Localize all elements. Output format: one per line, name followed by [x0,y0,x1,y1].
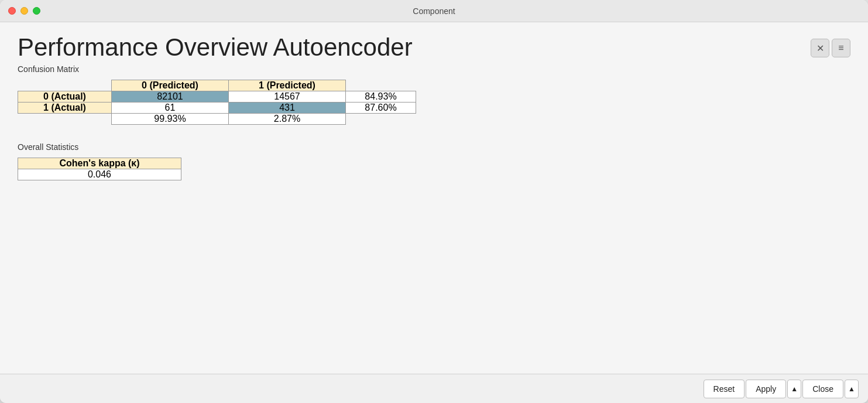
row-header-0: 0 (Actual) [18,91,112,103]
table-row-0-actual: 0 (Actual) 82101 14567 84.93% [18,91,416,103]
col-header-1: 1 (Predicted) [229,80,346,91]
table-header-row: 0 (Predicted) 1 (Predicted) [18,80,416,91]
apply-up-arrow-button[interactable]: ▲ [787,380,801,398]
confusion-matrix-table: 0 (Predicted) 1 (Predicted) 0 (Actual) 8… [18,80,416,125]
reset-button[interactable]: Reset [704,380,745,398]
stat-metric-label: Cohen's kappa (κ) [18,158,181,169]
empty-left-bottom [18,114,112,125]
statistics-label: Overall Statistics [18,142,850,152]
stat-metric-value: 0.046 [18,169,181,180]
window-title: Component [413,6,455,16]
table-row-1-actual: 1 (Actual) 61 431 87.60% [18,103,416,114]
apply-button[interactable]: Apply [746,380,786,398]
window: Component Performance Overview Autoencod… [0,0,868,403]
bottom-toolbar: Reset Apply ▲ Close ▲ [0,374,868,403]
empty-top-right [346,80,416,91]
confusion-matrix-label: Confusion Matrix [18,64,850,74]
row-percent-1: 87.60% [346,103,416,114]
page-title: Performance Overview Autoencoder [18,34,413,61]
row-percent-0: 84.93% [346,91,416,103]
row-header-1: 1 (Actual) [18,103,112,114]
maximize-traffic-light[interactable] [33,7,40,15]
statistics-section: Overall Statistics Cohen's kappa (κ) 0.0… [18,142,850,180]
traffic-lights [8,7,40,15]
col-percents-row: 99.93% 2.87% [18,114,416,125]
main-content: Performance Overview Autoencoder ✕ ≡ Con… [0,22,868,374]
page-header: Performance Overview Autoencoder ✕ ≡ [18,34,850,61]
titlebar: Component [0,0,868,22]
empty-bottom-right [346,114,416,125]
close-up-arrow-button[interactable]: ▲ [845,380,859,398]
statistics-table: Cohen's kappa (κ) 0.046 [18,158,181,180]
cell-0-0: 82101 [112,91,229,103]
close-traffic-light[interactable] [8,7,16,15]
close-icon-button[interactable]: ✕ [811,39,829,57]
header-icons: ✕ ≡ [811,39,850,57]
minimize-traffic-light[interactable] [20,7,28,15]
menu-icon-button[interactable]: ≡ [832,39,850,57]
cell-0-1: 14567 [229,91,346,103]
col-percent-1: 2.87% [229,114,346,125]
menu-icon: ≡ [838,43,843,53]
apply-up-arrow-icon: ▲ [791,385,798,393]
cell-1-1: 431 [229,103,346,114]
stat-value-row: 0.046 [18,169,181,180]
stat-header-row: Cohen's kappa (κ) [18,158,181,169]
close-up-arrow-icon: ▲ [848,385,855,393]
col-header-0: 0 (Predicted) [112,80,229,91]
cell-1-0: 61 [112,103,229,114]
close-icon: ✕ [816,43,824,54]
empty-corner [18,80,112,91]
col-percent-0: 99.93% [112,114,229,125]
close-button[interactable]: Close [802,380,843,398]
